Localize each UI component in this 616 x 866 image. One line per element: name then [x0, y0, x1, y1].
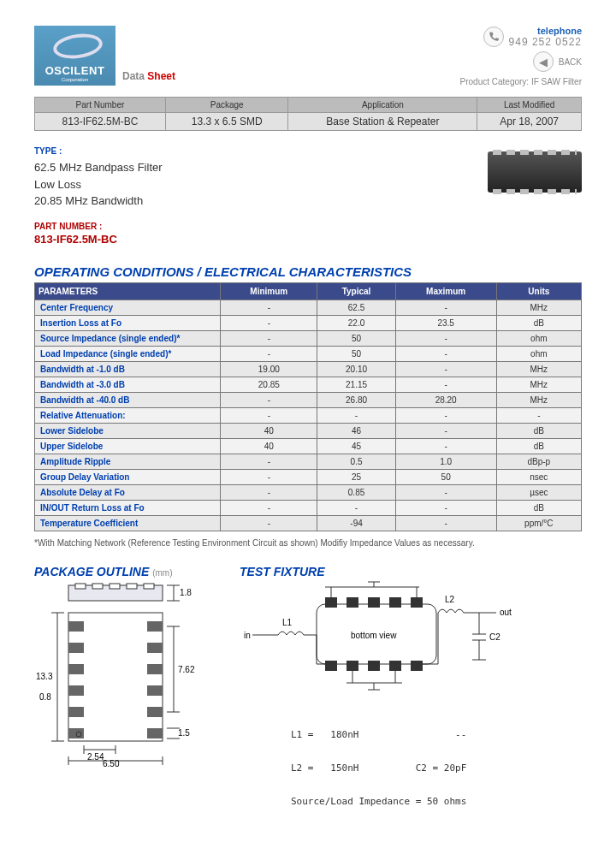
summary-cell: Apr 18, 2007 [477, 113, 582, 131]
param-value: 40 [221, 423, 317, 438]
table-row: Load Impedance (single ended)*-50-ohm [35, 346, 582, 361]
svg-rect-43 [325, 661, 337, 671]
table-row: Temperature Coefficient--94-ppm/°C [35, 515, 582, 531]
param-value: MHz [496, 377, 581, 392]
param-value: - [395, 484, 496, 500]
table-row: IN/OUT Return Loss at Fo---dB [35, 500, 582, 515]
table-row: Amplitude Ripple-0.51.0dBp-p [35, 454, 582, 469]
param-value: - [317, 500, 395, 515]
param-value: - [221, 454, 317, 469]
param-value: 0.85 [317, 484, 395, 500]
param-value: 19.00 [221, 361, 317, 377]
param-value: 0.5 [317, 454, 395, 469]
param-name: Load Impedance (single ended)* [35, 346, 221, 361]
svg-rect-19 [147, 685, 163, 696]
svg-rect-2 [92, 584, 103, 589]
param-value: - [221, 300, 317, 315]
header: OSCILENT Corporation Data Sheet telephon… [34, 26, 582, 86]
param-value: - [395, 346, 496, 361]
test-fixture-title: TEST FIXTURE [240, 565, 513, 578]
char-header: Units [496, 282, 581, 300]
param-value: ohm [496, 330, 581, 346]
param-value: 20.85 [221, 377, 317, 392]
table-row: Relative Attenuation:---- [35, 407, 582, 423]
param-value: 40 [221, 438, 317, 454]
back-icon[interactable]: ◀ [533, 51, 554, 72]
table-row: Bandwidth at -3.0 dB20.8521.15-MHz [35, 377, 582, 392]
param-name: IN/OUT Return Loss at Fo [35, 500, 221, 515]
product-category: Product Category: IF SAW Filter [460, 77, 582, 86]
svg-rect-39 [346, 597, 358, 608]
param-value: MHz [496, 361, 581, 377]
param-name: Lower Sidelobe [35, 423, 221, 438]
param-value: MHz [496, 300, 581, 315]
param-value: - [395, 438, 496, 454]
package-outline-diagram: 1.8 [34, 578, 205, 767]
test-fixture-block: TEST FIXTURE bottom view in [240, 565, 513, 829]
in-label: in [244, 631, 251, 640]
summary-header: Part Number [35, 98, 166, 113]
fixture-value-line: L2 = 150nH C2 = 20pF [291, 762, 513, 774]
param-value: µsec [496, 484, 581, 500]
dim-pad-w: 0.8 [39, 692, 51, 702]
param-value: 62.5 [317, 300, 395, 315]
logo-ring-icon [51, 31, 104, 62]
param-value: dB [496, 438, 581, 454]
param-value: - [496, 407, 581, 423]
param-value: - [395, 515, 496, 531]
telephone-number: 949 252 0522 [509, 36, 582, 48]
param-value: - [395, 407, 496, 423]
char-header: Maximum [395, 282, 496, 300]
characteristics-title: OPERATING CONDITIONS / ELECTRICAL CHARAC… [34, 264, 582, 279]
summary-header: Application [288, 98, 477, 113]
char-header: Typical [317, 282, 395, 300]
table-row: Insertion Loss at Fo-22.023.5dB [35, 315, 582, 330]
contact-block: telephone 949 252 0522 ◀ BACK Product Ca… [460, 26, 582, 86]
param-name: Source Impedance (single ended)* [35, 330, 221, 346]
svg-rect-17 [147, 643, 163, 653]
type-label: TYPE : [34, 146, 163, 156]
table-row: Absolute Delay at Fo-0.85-µsec [35, 484, 582, 500]
param-name: Center Frequency [35, 300, 221, 315]
param-value: ppm/°C [496, 515, 581, 531]
out-label: out [500, 608, 512, 617]
test-fixture-diagram: bottom view in L1 [240, 578, 513, 707]
bottom-view-label: bottom view [351, 631, 397, 640]
svg-rect-4 [127, 584, 137, 589]
param-value: dB [496, 500, 581, 515]
characteristics-note: *With Matching Network (Reference Testin… [34, 538, 582, 548]
fixture-value-line: Source/Load Impedance = 50 ohms [291, 796, 513, 807]
svg-rect-41 [389, 597, 401, 608]
svg-rect-12 [68, 664, 84, 674]
param-value: 20.10 [317, 361, 395, 377]
logo-block: OSCILENT Corporation Data Sheet [34, 26, 175, 86]
type-line: 62.5 MHz Bandpass Filter [34, 159, 163, 176]
table-row: Source Impedance (single ended)*-50-ohm [35, 330, 582, 346]
svg-rect-18 [147, 664, 163, 674]
param-value: ohm [496, 346, 581, 361]
package-outline-unit: (mm) [152, 568, 172, 578]
component-photo [488, 151, 582, 193]
summary-header: Last Modified [477, 98, 582, 113]
type-block: TYPE : 62.5 MHz Bandpass Filter Low Loss… [34, 146, 582, 246]
doc-title-data: Data [122, 70, 145, 82]
part-number-value: 813-IF62.5M-BC [34, 233, 163, 246]
package-outline-title: PACKAGE OUTLINE [34, 565, 149, 578]
param-value: 1.0 [395, 454, 496, 469]
svg-rect-14 [68, 707, 84, 717]
C2-label: C2 [489, 632, 500, 642]
param-name: Relative Attenuation: [35, 407, 221, 423]
svg-rect-13 [68, 685, 84, 696]
param-value: - [395, 377, 496, 392]
svg-line-65 [325, 671, 423, 679]
param-value: 46 [317, 423, 395, 438]
doc-title: Data Sheet [122, 70, 175, 82]
svg-rect-46 [389, 661, 401, 671]
back-label[interactable]: BACK [559, 57, 582, 67]
param-value: -94 [317, 515, 395, 531]
svg-rect-10 [68, 621, 84, 632]
svg-rect-1 [75, 584, 86, 589]
param-name: Bandwidth at -1.0 dB [35, 361, 221, 377]
table-row: Group Delay Variation-2550nsec [35, 469, 582, 484]
svg-rect-16 [147, 621, 163, 632]
